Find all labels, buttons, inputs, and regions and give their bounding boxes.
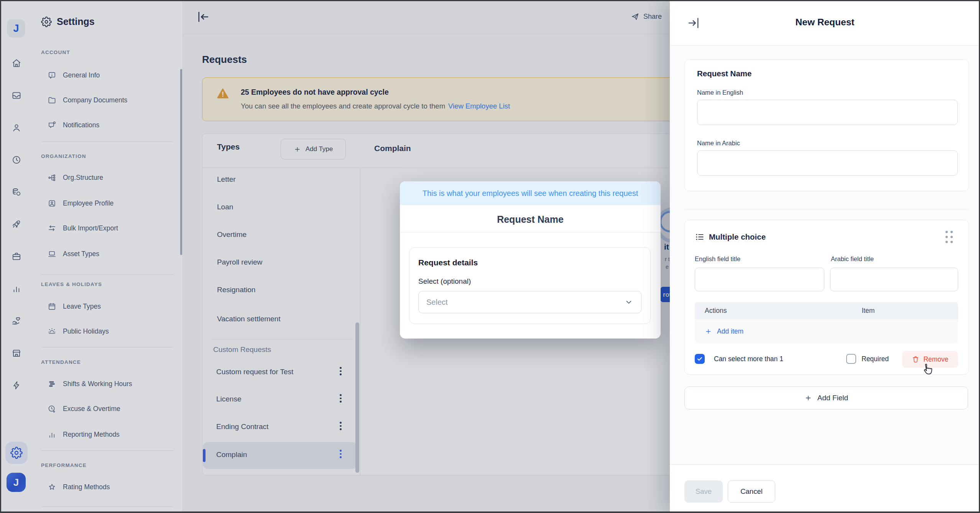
name-in-arabic-input[interactable] [697,150,958,176]
field-card-title: Multiple choice [709,232,766,242]
divider [400,232,661,233]
request-name-card-title: Request Name [697,69,751,78]
preview-card-title: Request details [418,258,478,267]
drawer-title: New Request [670,17,980,28]
request-preview-popover: This is what your employees will see whe… [400,181,661,339]
cancel-button[interactable]: Cancel [728,480,775,503]
request-name-card: Request Name Name in English Name in Ara… [684,59,969,191]
multiple-choice-field-card: Multiple choice English field title Arab… [684,220,969,375]
preview-select-label: Select (optional) [418,277,471,286]
trash-icon [912,355,919,363]
chevron-down-icon [624,298,633,307]
preview-select-dropdown[interactable]: Select [418,291,641,313]
name-in-english-label: Name in English [697,89,743,96]
check-icon [696,355,703,362]
can-select-label: Can select more than 1 [714,355,783,363]
plus-icon [705,328,712,335]
can-select-checkbox-checked[interactable] [695,354,705,364]
items-table-header: Actions Item [695,302,958,319]
new-request-drawer: New Request Request Name Name in English… [670,0,980,513]
actions-column-header: Actions [705,307,727,315]
app-window: J J Settings ACCOUNT General Info [0,0,980,513]
plus-icon [804,394,812,402]
preview-hint-text: This is what your employees will see whe… [423,189,638,198]
arabic-field-title-input[interactable] [830,268,958,291]
mouse-cursor [919,362,936,378]
add-item-button[interactable]: Add item [705,327,743,335]
preview-request-title: Request Name [400,214,661,225]
drawer-footer: Save Cancel [670,464,980,513]
select-placeholder: Select [426,298,448,307]
name-in-arabic-label: Name in Arabic [697,140,740,147]
list-icon [695,232,705,242]
english-field-title-input[interactable] [695,268,824,291]
drawer-header: New Request [670,0,980,46]
can-select-checkbox-row: Can select more than 1 [695,354,783,364]
drag-handle-icon[interactable] [945,231,953,243]
preview-details-card: Request details Select (optional) Select [409,247,651,324]
save-button-disabled[interactable]: Save [684,480,723,503]
items-table-body: Add item [695,319,958,343]
divider [684,209,968,209]
item-column-header: Item [862,307,875,315]
arabic-field-title-label: Arabic field title [831,255,874,263]
required-checkbox-row: Required [846,354,889,364]
required-label: Required [862,355,889,363]
preview-hint-bar: This is what your employees will see whe… [400,181,661,205]
add-field-button[interactable]: Add Field [684,386,968,409]
english-field-title-label: English field title [695,255,740,263]
name-in-english-input[interactable] [697,100,958,125]
required-checkbox-unchecked[interactable] [846,354,856,364]
